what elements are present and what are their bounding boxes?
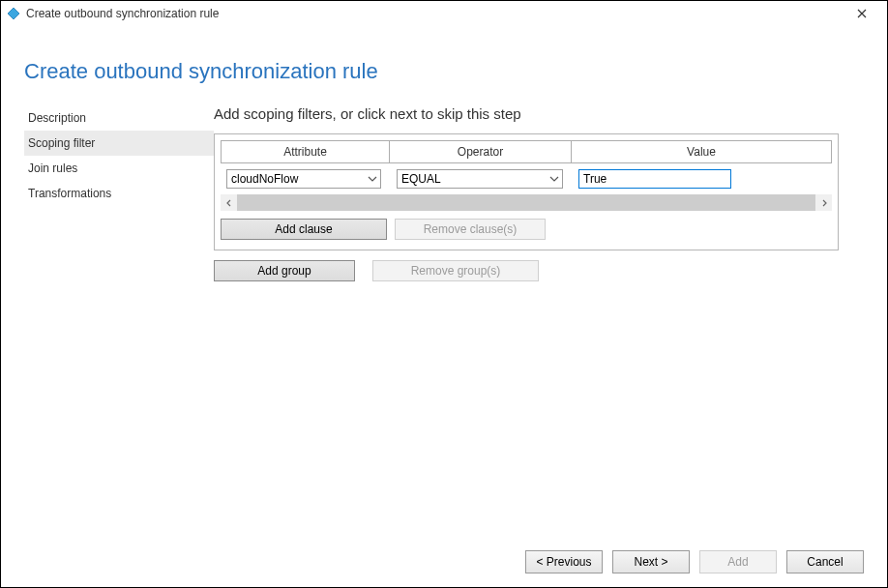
column-header-attribute: Attribute (222, 141, 390, 162)
add-group-button[interactable]: Add group (214, 260, 355, 281)
remove-group-button: Remove group(s) (372, 260, 539, 281)
titlebar: Create outbound synchronization rule (1, 1, 887, 26)
filter-header-row: Attribute Operator Value (221, 140, 832, 163)
add-button: Add (699, 550, 777, 573)
app-icon (7, 7, 20, 20)
column-header-operator: Operator (390, 141, 572, 162)
operator-dropdown-value: EQUAL (401, 172, 441, 186)
attribute-dropdown-value: cloudNoFlow (231, 172, 298, 186)
page-title: Create outbound synchronization rule (24, 59, 864, 84)
column-header-value: Value (572, 141, 831, 162)
horizontal-scrollbar[interactable] (221, 194, 832, 211)
window-close-button[interactable] (843, 1, 881, 26)
sidebar-item-transformations[interactable]: Transformations (24, 181, 214, 206)
chevron-down-icon (368, 172, 377, 186)
wizard-sidebar: Description Scoping filter Join rules Tr… (24, 105, 214, 281)
sidebar-item-scoping-filter[interactable]: Scoping filter (24, 131, 214, 156)
wizard-footer: < Previous Next > Add Cancel (525, 550, 864, 573)
window-title: Create outbound synchronization rule (26, 7, 843, 20)
svg-marker-0 (8, 8, 19, 19)
main-panel: Add scoping filters, or click next to sk… (214, 105, 864, 281)
scroll-right-button[interactable] (815, 194, 832, 211)
scroll-track[interactable] (237, 194, 815, 211)
cancel-button[interactable]: Cancel (786, 550, 864, 573)
filter-clause-row: cloudNoFlow EQUAL (221, 163, 832, 189)
sidebar-item-description[interactable]: Description (24, 105, 214, 131)
chevron-down-icon (549, 172, 559, 186)
sidebar-item-join-rules[interactable]: Join rules (24, 156, 214, 181)
value-input[interactable] (578, 169, 731, 189)
attribute-dropdown[interactable]: cloudNoFlow (226, 169, 381, 189)
step-heading: Add scoping filters, or click next to sk… (214, 105, 864, 122)
add-clause-button[interactable]: Add clause (221, 219, 387, 240)
remove-clause-button: Remove clause(s) (395, 219, 546, 240)
previous-button[interactable]: < Previous (525, 550, 603, 573)
next-button[interactable]: Next > (612, 550, 690, 573)
scroll-left-button[interactable] (221, 194, 237, 211)
operator-dropdown[interactable]: EQUAL (397, 169, 563, 189)
scoping-filter-group: Attribute Operator Value cloudNoFlow EQU… (214, 133, 839, 250)
